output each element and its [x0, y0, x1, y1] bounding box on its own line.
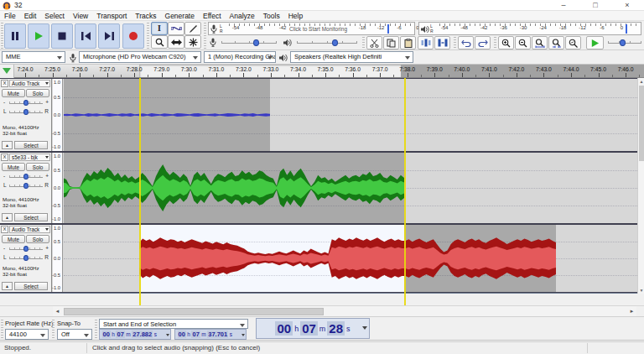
undo-grip[interactable] [454, 37, 456, 49]
snap-to-select[interactable]: Off [57, 329, 92, 340]
minimize-button[interactable]: – [553, 0, 574, 11]
play-speed-thumb[interactable] [620, 39, 626, 46]
audio-position-display[interactable]: 00h07m28s [256, 318, 370, 339]
close-button[interactable]: × [617, 0, 637, 11]
track-collapse-button[interactable]: ▲ [2, 213, 13, 221]
waveform-area[interactable] [64, 79, 637, 151]
snap-grip[interactable] [52, 320, 55, 339]
solo-button[interactable]: Solo [26, 163, 49, 171]
undo-button[interactable] [458, 36, 474, 49]
gain-slider[interactable]: - + [3, 99, 49, 107]
time-digits[interactable]: 28 [327, 321, 345, 336]
vertical-scale-ruler[interactable]: 1.00.50.0-0.5-1.0 [53, 225, 63, 292]
skip-to-end-button[interactable] [98, 23, 120, 49]
pan-thumb[interactable] [23, 183, 29, 189]
time-unit[interactable]: m [201, 331, 205, 337]
mute-button[interactable]: Mute [2, 89, 25, 97]
stop-button[interactable] [51, 23, 73, 49]
waveform-area[interactable] [64, 153, 637, 223]
track-close-button[interactable]: X [1, 80, 8, 87]
pan-thumb[interactable] [23, 255, 29, 261]
zoom-toggle-button[interactable] [565, 36, 581, 49]
vertical-scroll-thumb[interactable] [639, 86, 644, 161]
selection-start-field[interactable]: 00h07m27.882s [99, 329, 171, 340]
menu-analyze[interactable]: Analyze [226, 12, 259, 20]
draw-tool-button[interactable] [184, 22, 201, 35]
track-select-button[interactable]: Select [14, 213, 48, 221]
gain-slider[interactable]: - + [3, 245, 49, 252]
horizontal-scroll-thumb[interactable] [64, 308, 324, 315]
time-digits[interactable]: 37.701 [207, 331, 228, 338]
vertical-scale-ruler[interactable]: 1.00.50.0-0.5-1.0 [53, 153, 63, 223]
maximize-button[interactable]: □ [585, 0, 605, 11]
track-close-button[interactable]: X [1, 226, 8, 233]
playback-volume-thumb[interactable] [332, 39, 338, 46]
zoom-tool-button[interactable] [151, 35, 168, 49]
selection-tool-button[interactable]: I [151, 22, 168, 35]
zoom-out-button[interactable] [515, 36, 531, 49]
record-button[interactable] [122, 23, 144, 49]
menu-view[interactable]: View [69, 12, 92, 20]
menu-generate[interactable]: Generate [161, 12, 199, 20]
recording-volume-thumb[interactable] [253, 39, 259, 46]
monitor-text[interactable]: Click to Start Monitoring [289, 26, 347, 32]
gain-thumb[interactable] [23, 100, 29, 106]
playback-device-select[interactable]: Speakers (Realtek High Definiti [290, 51, 413, 63]
selection-mode-select[interactable]: Start and End of Selection [99, 319, 248, 329]
transport-grip[interactable] [1, 23, 3, 49]
tools-grip[interactable] [147, 23, 149, 49]
pan-slider[interactable]: L R [3, 108, 49, 116]
recording-volume-slider[interactable] [221, 43, 277, 44]
selbar-grip[interactable] [1, 320, 3, 339]
pan-slider[interactable]: L R [3, 254, 49, 262]
play-at-speed-button[interactable] [586, 36, 604, 49]
pan-thumb[interactable] [23, 109, 29, 115]
pin-playhead-button[interactable] [0, 65, 14, 78]
trim-outside-selection-button[interactable] [418, 36, 434, 49]
track-select-button[interactable]: Select [14, 141, 48, 149]
recording-meter[interactable]: L R Click to Start Monitoring -54-48-42-… [208, 22, 415, 35]
selection-end-field[interactable]: 00h07m37.701s [174, 329, 247, 340]
playback-volume-slider[interactable] [297, 43, 357, 44]
time-digits[interactable]: 07 [300, 321, 318, 336]
mute-button[interactable]: Mute [2, 235, 25, 243]
mute-button[interactable]: Mute [2, 163, 25, 171]
recording-device-select[interactable]: Microphone (HD Pro Webcam C920) [79, 51, 201, 63]
menu-help[interactable]: Help [284, 12, 307, 20]
zoom-selection-button[interactable] [532, 36, 548, 49]
audio-host-select[interactable]: MME [2, 51, 65, 63]
copy-button[interactable] [383, 36, 399, 49]
solo-button[interactable]: Solo [26, 89, 49, 97]
menu-tools[interactable]: Tools [259, 12, 284, 20]
track-collapse-button[interactable]: ▲ [2, 282, 13, 290]
waveform-area[interactable] [64, 225, 637, 292]
scroll-down-arrow[interactable]: ▼ [638, 287, 644, 294]
vertical-scale-ruler[interactable]: 1.00.50.0-0.5-1.0 [53, 79, 63, 151]
track-close-button[interactable]: X [1, 154, 8, 161]
time-digits[interactable]: 00 [178, 331, 186, 338]
menu-transport[interactable]: Transport [92, 12, 131, 20]
gain-slider[interactable]: - + [3, 173, 49, 180]
track-name-menu[interactable]: s5e33 - bjk [9, 154, 50, 161]
track-name-menu[interactable]: Audio Track [9, 80, 50, 87]
time-digits[interactable]: 00 [102, 331, 111, 338]
zoom-grip[interactable] [494, 37, 496, 49]
playback-meter[interactable]: L R -54-48-42-36-30-24-18-12-60 [418, 22, 641, 35]
time-unit[interactable]: m [126, 331, 130, 337]
timeline-ruler[interactable]: 7:24.07:25.07:26.07:27.07:28.07:29.07:30… [0, 65, 644, 78]
paste-button[interactable] [400, 36, 416, 49]
horizontal-scrollbar[interactable]: ◄ ► [0, 305, 644, 316]
gain-thumb[interactable] [23, 246, 29, 252]
time-digits[interactable]: 07 [116, 331, 124, 338]
time-unit[interactable]: m [319, 325, 326, 333]
seltime-grip[interactable] [95, 320, 97, 339]
multi-tool-button[interactable] [184, 35, 201, 49]
time-digits[interactable]: 00 [275, 321, 293, 336]
time-digits[interactable]: 07 [191, 331, 200, 338]
play-speed-slider[interactable] [608, 43, 641, 44]
time-unit[interactable]: s [154, 331, 157, 337]
play-button[interactable] [28, 23, 49, 49]
menu-edit[interactable]: Edit [20, 12, 41, 20]
time-unit[interactable]: h [294, 325, 299, 333]
gain-thumb[interactable] [23, 174, 29, 180]
